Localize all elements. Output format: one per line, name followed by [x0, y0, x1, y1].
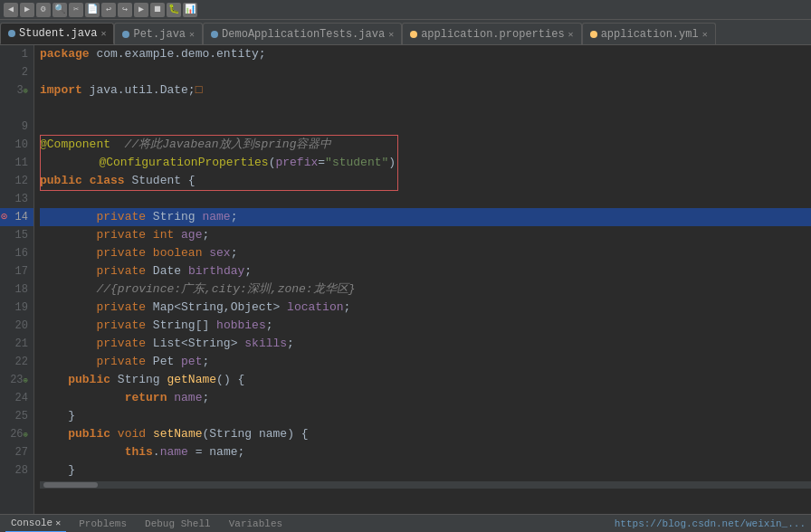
- toolbar: ◀ ▶ ⚙ 🔍 ✂ 📄 ↩ ↪ ▶ ⏹ 🐛 📊: [0, 0, 811, 20]
- tab-label-pet: Pet.java: [133, 28, 186, 41]
- toolbar-icon-3[interactable]: ⚙: [36, 3, 51, 17]
- line-numbers: 1 2 3⊕ 4 9 10 11 12 13 ⊙14 15 16 17 18 1…: [0, 45, 34, 514]
- horizontal-scrollbar[interactable]: [40, 481, 811, 489]
- code-line-26: public void setName(String name) {: [40, 425, 811, 443]
- line-num-11: 11: [0, 154, 33, 172]
- line-num-26: 26⊕: [0, 425, 33, 443]
- code-line-21: private List<String> skills;: [40, 335, 811, 353]
- line-num-28: 28: [0, 461, 33, 480]
- toolbar-icon-5[interactable]: ✂: [69, 3, 83, 17]
- line-num-22: 22: [0, 353, 33, 371]
- code-line-19: private Map<String,Object> location;: [40, 299, 811, 317]
- line-num-19: 19: [0, 299, 33, 317]
- code-line-22: private Pet pet;: [40, 353, 811, 371]
- problems-label: Problems: [79, 518, 127, 529]
- variables-label: Variables: [229, 518, 282, 529]
- tab-application-properties[interactable]: application.properties ✕: [402, 23, 581, 44]
- code-line-18: //{province:广东,city:深圳,zone:龙华区}: [40, 280, 811, 299]
- toolbar-icon-chart[interactable]: 📊: [183, 3, 197, 17]
- code-line-13: [40, 190, 811, 208]
- bottom-bar: Console ✕ Problems Debug Shell Variables…: [0, 514, 811, 532]
- tab-dot-props: [410, 31, 417, 38]
- tab-close-props[interactable]: ✕: [568, 29, 574, 40]
- line-num-1: 1: [0, 45, 33, 63]
- line-num-2: 2: [0, 63, 33, 81]
- toolbar-icon-10[interactable]: ⏹: [150, 3, 165, 17]
- toolbar-icon-9[interactable]: ▶: [134, 3, 148, 17]
- code-line-14: private String name;: [40, 208, 811, 226]
- line-num-12: 12: [0, 172, 33, 190]
- line-num-4: 4: [0, 100, 33, 118]
- line-num-14: ⊙14: [0, 208, 33, 226]
- bottom-tab-debug-shell[interactable]: Debug Shell: [139, 515, 216, 533]
- bottom-tab-console[interactable]: Console ✕: [5, 515, 66, 533]
- bottom-tab-problems[interactable]: Problems: [73, 515, 132, 533]
- tab-close-student[interactable]: ✕: [100, 28, 106, 39]
- code-line-1: package com.example.demo.entity;: [40, 45, 811, 63]
- tab-close-demo[interactable]: ✕: [388, 29, 394, 40]
- toolbar-icon-4[interactable]: 🔍: [52, 3, 67, 17]
- tab-label-props: application.properties: [421, 28, 564, 41]
- console-label: Console: [11, 518, 52, 528]
- code-line-28: }: [40, 461, 811, 480]
- toolbar-icon-7[interactable]: ↩: [101, 3, 116, 17]
- code-line-23: public String getName() {: [40, 371, 811, 389]
- code-line-25: }: [40, 407, 811, 425]
- toolbar-icon-1[interactable]: ◀: [4, 3, 18, 17]
- tab-dot-yml: [590, 31, 597, 38]
- code-line-3: import java.util.Date;□: [40, 81, 811, 100]
- code-line-11: @ConfigurationProperties(prefix="student…: [40, 154, 811, 172]
- toolbar-icon-6[interactable]: 📄: [85, 3, 100, 17]
- code-line-12: public class Student {: [40, 172, 811, 190]
- line-num-20: 20: [0, 317, 33, 335]
- tab-close-yml[interactable]: ✕: [702, 29, 708, 40]
- tab-demo-tests[interactable]: DemoApplicationTests.java ✕: [203, 23, 402, 44]
- line-num-16: 16: [0, 244, 33, 262]
- console-icon: ✕: [55, 518, 61, 528]
- tab-label-yml: application.yml: [601, 28, 699, 41]
- code-line-27: this.name = name;: [40, 443, 811, 461]
- tab-student-java[interactable]: Student.java ✕: [0, 23, 114, 44]
- line-num-18: 18: [0, 280, 33, 299]
- toolbar-icon-8[interactable]: ↪: [118, 3, 132, 17]
- editor-container: 1 2 3⊕ 4 9 10 11 12 13 ⊙14 15 16 17 18 1…: [0, 45, 811, 514]
- code-line-15: private int age;: [40, 226, 811, 244]
- tab-application-yml[interactable]: application.yml ✕: [582, 23, 716, 44]
- tab-pet-java[interactable]: Pet.java ✕: [114, 23, 203, 44]
- tab-label-student: Student.java: [19, 27, 97, 40]
- tab-dot-student: [8, 30, 15, 37]
- toolbar-icon-debug[interactable]: 🐛: [167, 3, 181, 17]
- line-num-17: 17: [0, 262, 33, 280]
- code-area[interactable]: package com.example.demo.entity; import …: [34, 45, 811, 514]
- line-num-13: 13: [0, 190, 33, 208]
- code-line-20: private String[] hobbies;: [40, 317, 811, 335]
- tab-bar: Student.java ✕ Pet.java ✕ DemoApplicatio…: [0, 20, 811, 45]
- line-num-9: 9: [0, 118, 33, 136]
- toolbar-icon-2[interactable]: ▶: [20, 3, 34, 17]
- bottom-tab-variables[interactable]: Variables: [224, 515, 288, 533]
- code-line-24: return name;: [40, 389, 811, 407]
- tab-dot-pet: [122, 31, 129, 38]
- code-line-9: [40, 118, 811, 136]
- line-num-25: 25: [0, 407, 33, 425]
- line-num-21: 21: [0, 335, 33, 353]
- code-line-17: private Date birthday;: [40, 262, 811, 280]
- line-num-27: 27: [0, 443, 33, 461]
- debug-shell-label: Debug Shell: [145, 518, 211, 529]
- code-line-blank-4: [40, 100, 811, 118]
- line-num-10: 10: [0, 136, 33, 154]
- tab-dot-demo: [211, 31, 218, 38]
- line-num-23: 23⊕: [0, 371, 33, 389]
- line-num-3: 3⊕: [0, 81, 33, 100]
- line-num-24: 24: [0, 389, 33, 407]
- tab-close-pet[interactable]: ✕: [189, 29, 195, 40]
- code-line-16: private boolean sex;: [40, 244, 811, 262]
- bottom-link: https://blog.csdn.net/weixin_...: [615, 518, 806, 529]
- line-num-15: 15: [0, 226, 33, 244]
- tab-label-demo: DemoApplicationTests.java: [222, 28, 385, 41]
- code-line-2: [40, 63, 811, 81]
